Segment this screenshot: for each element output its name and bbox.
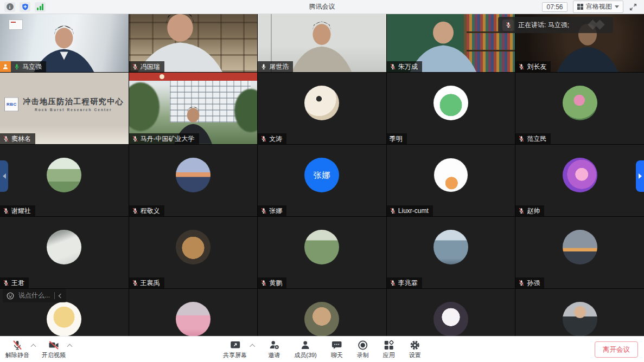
chat-quick-input[interactable]: 说点什么... <box>3 289 66 302</box>
participant-name: Liuxr-cumt <box>398 207 429 215</box>
participant-tile[interactable]: 王襄禹 <box>129 217 258 288</box>
participant-nametag: 王襄禹 <box>129 277 164 288</box>
members-icon <box>300 340 311 351</box>
avatar <box>47 302 81 337</box>
leave-meeting-button[interactable]: 离开会议 <box>595 341 638 358</box>
record-icon <box>358 340 368 351</box>
share-screen-icon <box>229 340 241 351</box>
participant-tile[interactable]: Liuxr-cumt <box>387 145 515 216</box>
participant-nametag: 马立强 <box>0 61 46 72</box>
participant-nametag: 程敬义 <box>129 205 164 216</box>
participant-nametag: 黄鹏 <box>258 277 286 288</box>
participant-nametag: 冯国瑞 <box>129 61 164 72</box>
mic-muted-icon <box>3 208 9 214</box>
security-shield-icon[interactable] <box>20 2 30 12</box>
avatar <box>563 158 597 192</box>
bottom-toolbar: 解除静音 开启视频 共享屏幕 <box>0 336 644 362</box>
participant-tile[interactable]: 冯国瑞 <box>129 14 258 72</box>
participant-nametag: 马丹-中国矿业大学 <box>129 133 199 144</box>
mic-muted-icon <box>518 135 525 142</box>
participant-tile[interactable]: RBC 冲击地压防治工程研究中心 Rock Burst Research Cen… <box>0 73 129 144</box>
mic-muted-icon <box>12 340 23 351</box>
mic-muted-icon <box>260 208 267 214</box>
active-speaker-text: 正在讲话: 马立强; <box>518 21 569 30</box>
mic-muted-icon <box>502 20 514 31</box>
mic-muted-icon <box>260 280 267 286</box>
participant-name: 季明 <box>390 134 403 144</box>
mic-muted-icon <box>132 280 138 286</box>
participant-tile[interactable]: 范立民 <box>515 73 644 144</box>
participant-nametag: 窦林名 <box>0 133 35 144</box>
avatar <box>47 230 81 264</box>
participant-tile[interactable]: 张娜 张娜 <box>258 145 386 216</box>
prev-page-button[interactable] <box>0 160 8 192</box>
network-signal-icon[interactable] <box>35 2 46 12</box>
apps-button[interactable]: 应用 <box>383 340 395 359</box>
start-video-button[interactable]: 开启视频 <box>42 340 66 359</box>
participant-nametag: 文涛 <box>258 133 286 144</box>
chat-button[interactable]: 聊天 <box>331 340 343 359</box>
mic-on-icon <box>260 63 267 70</box>
invite-button[interactable]: 邀请 <box>268 340 280 359</box>
mic-muted-icon <box>390 208 396 214</box>
participant-tile[interactable]: 王君 <box>0 217 129 288</box>
participant-tile[interactable]: 谢耀社 <box>0 145 129 216</box>
avatar-initials: 张娜 <box>313 170 330 180</box>
mic-muted-icon <box>518 208 525 214</box>
watermark-logo <box>587 20 609 30</box>
participant-tile[interactable]: 马丹-中国矿业大学 <box>129 73 258 144</box>
participant-tile[interactable]: 马立强 <box>0 14 129 72</box>
participant-tile[interactable]: 黄鹏 <box>258 217 386 288</box>
participant-name: 马立强 <box>22 62 42 72</box>
participant-name: 李兆霖 <box>398 279 418 288</box>
mic-options-chevron[interactable] <box>31 344 36 349</box>
participant-name: 范立民 <box>527 134 546 144</box>
camera-off-icon <box>48 340 60 351</box>
participant-name: 窦林名 <box>11 134 31 144</box>
meeting-info-icon[interactable] <box>4 2 15 12</box>
avatar <box>304 230 339 264</box>
participant-name: 文涛 <box>269 134 282 144</box>
chat-input-placeholder[interactable]: 说点什么... <box>18 291 50 300</box>
mic-muted-icon <box>132 135 138 142</box>
participant-tile[interactable]: 李兆霖 <box>387 217 515 288</box>
participant-nametag: 谢耀社 <box>0 205 35 216</box>
meeting-window: 腾讯会议 07:56 宫格视图 <box>0 0 644 362</box>
view-mode-label: 宫格视图 <box>586 2 612 11</box>
avatar <box>563 230 597 264</box>
chevron-right-icon <box>639 173 642 179</box>
apps-icon <box>384 340 394 351</box>
video-options-chevron[interactable] <box>67 344 73 349</box>
view-mode-button[interactable]: 宫格视图 <box>573 1 624 13</box>
settings-button[interactable]: 设置 <box>409 340 421 359</box>
share-screen-button[interactable]: 共享屏幕 <box>223 340 247 359</box>
unmute-button[interactable]: 解除静音 <box>5 340 29 359</box>
participant-tile[interactable]: 孙强 <box>515 217 644 288</box>
participant-tile[interactable]: 赵帅 <box>515 145 644 216</box>
participant-tile[interactable]: 季明 <box>387 73 515 144</box>
fullscreen-icon[interactable] <box>629 3 637 11</box>
participant-tile[interactable]: 文涛 <box>258 73 386 144</box>
next-page-button[interactable] <box>636 160 644 192</box>
avatar <box>433 86 468 120</box>
mic-muted-icon <box>390 280 396 286</box>
record-button[interactable]: 录制 <box>357 340 369 359</box>
avatar <box>433 158 468 192</box>
participant-nametag: 孙强 <box>515 277 544 288</box>
share-options-chevron[interactable] <box>250 344 255 349</box>
divider <box>54 292 55 299</box>
collapse-chat-icon[interactable] <box>59 293 63 298</box>
participant-nametag: 屠世浩 <box>258 61 293 72</box>
participant-nametag: 王君 <box>0 277 29 288</box>
emoji-icon[interactable] <box>7 292 14 300</box>
chat-icon <box>331 340 342 351</box>
participant-tile[interactable]: 程敬义 <box>129 145 258 216</box>
mic-muted-icon <box>518 63 525 70</box>
participant-nametag: 范立民 <box>515 133 551 144</box>
participant-tile[interactable]: 朱万成 <box>387 14 515 72</box>
participant-name: 赵帅 <box>527 206 540 216</box>
members-button[interactable]: 成员(39) <box>294 340 317 359</box>
chevron-down-icon <box>615 5 619 8</box>
participant-tile[interactable]: 屠世浩 <box>258 14 386 72</box>
avatar <box>176 230 211 264</box>
